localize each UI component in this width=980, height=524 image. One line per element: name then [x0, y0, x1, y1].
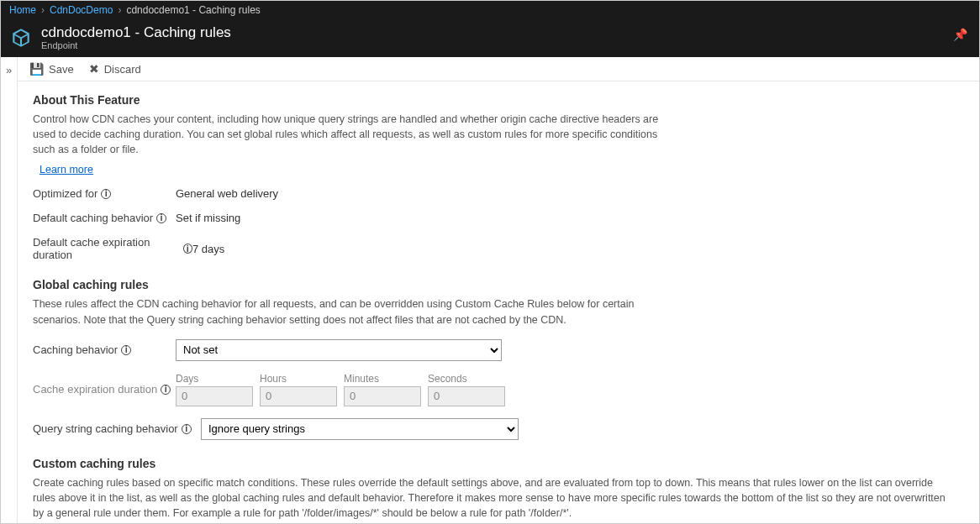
- default-behavior-label: Default caching behaviori: [33, 212, 176, 224]
- breadcrumb: Home › CdnDocDemo › cdndocdemo1 - Cachin…: [1, 1, 979, 19]
- caching-behavior-select[interactable]: Not set: [176, 339, 502, 361]
- custom-rules-description: Create caching rules based on specific m…: [33, 475, 957, 521]
- breadcrumb-home[interactable]: Home: [9, 4, 36, 16]
- info-icon[interactable]: i: [182, 424, 192, 434]
- default-behavior-value: Set if missing: [176, 212, 240, 224]
- global-rules-description: These rules affect the CDN caching behav…: [33, 296, 672, 327]
- endpoint-cube-icon: [9, 26, 33, 50]
- discard-button[interactable]: ✖ Discard: [89, 62, 141, 76]
- about-heading: About This Feature: [33, 93, 964, 107]
- save-label: Save: [49, 63, 74, 76]
- discard-icon: ✖: [89, 62, 99, 76]
- page-title: cdndocdemo1 - Caching rules: [41, 24, 231, 41]
- optimized-for-label: Optimized fori: [33, 187, 176, 200]
- query-string-label: Query string caching behaviori: [33, 422, 201, 435]
- default-duration-value: 7 days: [192, 243, 224, 255]
- expiration-duration-label: Cache expiration durationi: [33, 383, 176, 396]
- custom-rules-heading: Custom caching rules: [33, 457, 964, 470]
- breadcrumb-current: cdndocdemo1 - Caching rules: [126, 4, 260, 16]
- days-header: Days: [176, 373, 253, 385]
- page-subtitle: Endpoint: [41, 40, 231, 50]
- learn-more-link[interactable]: Learn more: [40, 164, 93, 176]
- caching-behavior-label: Caching behaviori: [33, 343, 176, 356]
- chevron-right-icon: ›: [41, 4, 45, 16]
- query-string-select[interactable]: Ignore query strings: [201, 418, 519, 440]
- expand-panel-button[interactable]: »: [1, 57, 18, 524]
- info-icon[interactable]: i: [156, 213, 166, 223]
- rules-toolbar: ↑Move up ↓Move down ⤒Move to top ⤓Move t…: [18, 521, 979, 524]
- info-icon[interactable]: i: [101, 189, 111, 199]
- minutes-input: [344, 386, 421, 406]
- info-icon[interactable]: i: [121, 345, 131, 355]
- breadcrumb-cdn[interactable]: CdnDocDemo: [50, 4, 113, 16]
- global-rules-heading: Global caching rules: [33, 278, 964, 291]
- days-input: [176, 386, 253, 406]
- seconds-input: [428, 386, 505, 406]
- command-bar: 💾 Save ✖ Discard: [18, 57, 979, 81]
- seconds-header: Seconds: [428, 373, 505, 385]
- hours-input: [260, 386, 337, 406]
- pin-icon[interactable]: 📌: [953, 28, 967, 41]
- info-icon[interactable]: i: [183, 244, 192, 254]
- info-icon[interactable]: i: [161, 385, 171, 395]
- minutes-header: Minutes: [344, 373, 421, 385]
- default-duration-label: Default cache expiration durationi: [33, 236, 192, 261]
- hours-header: Hours: [260, 373, 337, 385]
- save-button[interactable]: 💾 Save: [29, 62, 74, 76]
- title-bar: cdndocdemo1 - Caching rules Endpoint 📌: [1, 19, 979, 57]
- optimized-for-value: General web delivery: [176, 187, 278, 200]
- chevron-right-icon: ›: [118, 4, 121, 16]
- discard-label: Discard: [104, 63, 141, 76]
- save-icon: 💾: [29, 62, 44, 76]
- about-description: Control how CDN caches your content, inc…: [33, 112, 672, 157]
